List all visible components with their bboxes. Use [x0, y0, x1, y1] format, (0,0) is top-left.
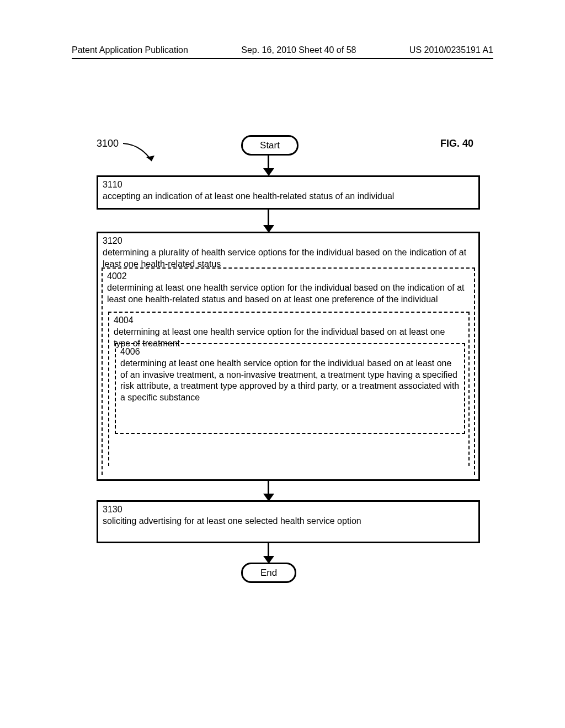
step-number: 3120 — [103, 235, 474, 247]
figure-label: FIG. 40 — [440, 138, 473, 149]
step-text: determining at least one health service … — [120, 358, 459, 402]
step-number: 4004 — [114, 315, 464, 326]
header-left: Patent Application Publication — [72, 45, 188, 55]
step-text: soliciting advertising for at least one … — [103, 516, 361, 526]
end-label: End — [260, 568, 277, 579]
header-center: Sep. 16, 2010 Sheet 40 of 58 — [241, 45, 356, 55]
substep-4006: 4006 determining at least one health ser… — [115, 343, 465, 434]
step-text: determining a plurality of health servic… — [103, 248, 466, 269]
header-right: US 2010/0235191 A1 — [409, 45, 493, 55]
step-3110: 3110 accepting an indication of at least… — [97, 175, 480, 210]
step-number: 3130 — [103, 504, 474, 516]
svg-marker-0 — [146, 156, 154, 161]
end-terminator: End — [241, 563, 296, 583]
start-terminator: Start — [241, 135, 299, 156]
step-3130: 3130 soliciting advertising for at least… — [97, 500, 480, 543]
start-label: Start — [260, 140, 280, 151]
step-number: 3110 — [103, 179, 474, 191]
step-number: 4006 — [120, 346, 460, 358]
reference-arrow-icon — [97, 138, 163, 176]
arrowhead-icon — [263, 168, 274, 176]
header-divider — [72, 58, 493, 59]
step-number: 4002 — [107, 271, 470, 282]
step-text: determining at least one health service … — [107, 283, 465, 304]
step-3120: 3120 determining a plurality of health s… — [97, 232, 480, 481]
substep-4002: 4002 determining at least one health ser… — [102, 267, 475, 475]
step-text: accepting an indication of at least one … — [103, 191, 394, 201]
substep-4004: 4004 determining at least one health ser… — [108, 312, 470, 466]
